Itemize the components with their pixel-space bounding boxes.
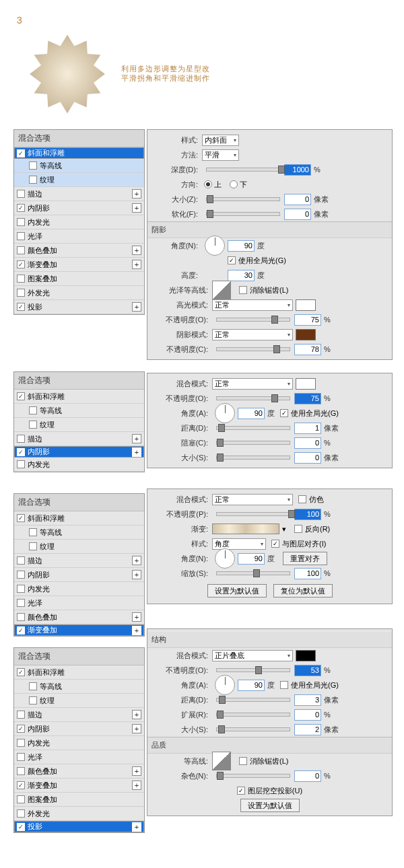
- style-checkbox[interactable]: [17, 753, 25, 761]
- global-checkbox[interactable]: [280, 681, 288, 689]
- opacity-input[interactable]: 100: [294, 509, 321, 520]
- soften-slider[interactable]: [206, 212, 280, 216]
- inner-color[interactable]: [296, 378, 316, 390]
- style-row[interactable]: 光泽: [14, 229, 144, 244]
- style-row[interactable]: 图案叠加: [14, 272, 144, 286]
- set-default-button[interactable]: 设置为默认值: [240, 799, 300, 812]
- style-checkbox[interactable]: [29, 682, 37, 690]
- noise-slider[interactable]: [216, 774, 290, 778]
- style-checkbox[interactable]: [17, 767, 25, 775]
- knockout-checkbox[interactable]: ✓: [237, 787, 245, 795]
- style-row[interactable]: 斜面和浮雕: [14, 511, 144, 526]
- reset-align-button[interactable]: 重置对齐: [283, 552, 327, 565]
- style-checkbox[interactable]: [17, 795, 25, 803]
- size-input[interactable]: 0: [284, 194, 311, 205]
- style-row[interactable]: 描边+: [14, 554, 144, 568]
- style-row[interactable]: 内阴影+: [14, 568, 144, 582]
- angle-input[interactable]: 90: [238, 680, 265, 691]
- style-row[interactable]: 外发光: [14, 807, 144, 821]
- global-checkbox[interactable]: ✓: [280, 409, 288, 417]
- style-checkbox[interactable]: [17, 809, 25, 818]
- dither-checkbox[interactable]: [298, 495, 306, 503]
- dir-up-radio[interactable]: [204, 180, 212, 188]
- style-checkbox[interactable]: [17, 204, 25, 212]
- style-checkbox[interactable]: [29, 421, 37, 429]
- dir-down-radio[interactable]: [230, 180, 238, 188]
- size-slider[interactable]: [216, 456, 290, 460]
- choke-slider[interactable]: [216, 441, 290, 445]
- depth-input[interactable]: 1000: [284, 164, 311, 176]
- style-row[interactable]: 纹理: [14, 694, 144, 708]
- style-checkbox[interactable]: [17, 275, 25, 283]
- style-row[interactable]: 描边+: [14, 187, 144, 201]
- size-slider[interactable]: [206, 197, 280, 201]
- style-row[interactable]: 等高线: [14, 159, 144, 173]
- style-checkbox[interactable]: [17, 711, 25, 719]
- opacity-slider[interactable]: [216, 396, 290, 400]
- style-row[interactable]: 等高线: [14, 526, 144, 540]
- add-icon[interactable]: +: [132, 203, 141, 213]
- style-checkbox[interactable]: [17, 448, 25, 456]
- style-row[interactable]: 投影+: [14, 300, 144, 314]
- distance-input[interactable]: 1: [294, 423, 321, 434]
- size-slider[interactable]: [216, 727, 290, 731]
- distance-slider[interactable]: [216, 426, 290, 430]
- style-checkbox[interactable]: [29, 528, 37, 536]
- style-checkbox[interactable]: [17, 260, 25, 268]
- style-checkbox[interactable]: [17, 190, 25, 198]
- style-checkbox[interactable]: [17, 232, 25, 240]
- gloss-contour[interactable]: [212, 281, 231, 299]
- global-light-checkbox[interactable]: ✓: [228, 256, 236, 264]
- blend-select[interactable]: 正常▾: [212, 378, 293, 390]
- blend-select[interactable]: 正片叠底▾: [212, 650, 293, 661]
- style-row[interactable]: 斜面和浮雕: [14, 147, 144, 159]
- style-row[interactable]: 内发光: [14, 582, 144, 596]
- scale-slider[interactable]: [216, 571, 290, 575]
- style-row[interactable]: 等高线: [14, 680, 144, 694]
- style-row[interactable]: 投影+: [14, 821, 144, 832]
- distance-slider[interactable]: [216, 698, 290, 702]
- choke-input[interactable]: 0: [294, 437, 321, 449]
- style-row[interactable]: 图案叠加: [14, 793, 144, 807]
- depth-slider[interactable]: [206, 168, 280, 172]
- style-checkbox[interactable]: [29, 176, 37, 184]
- style-row[interactable]: 描边+: [14, 708, 144, 722]
- soften-input[interactable]: 0: [284, 209, 311, 220]
- distance-input[interactable]: 3: [294, 694, 321, 706]
- style-row[interactable]: 斜面和浮雕: [14, 390, 144, 404]
- highlight-opacity-input[interactable]: 75: [294, 314, 321, 326]
- style-row[interactable]: 斜面和浮雕: [14, 665, 144, 680]
- add-icon[interactable]: +: [132, 781, 141, 790]
- align-checkbox[interactable]: ✓: [271, 540, 279, 548]
- angle-input[interactable]: 90: [228, 240, 255, 252]
- style-row[interactable]: 纹理: [14, 173, 144, 187]
- noise-input[interactable]: 0: [294, 770, 321, 782]
- style-checkbox[interactable]: [17, 556, 25, 565]
- altitude-input[interactable]: 30: [228, 270, 255, 281]
- angle-dial[interactable]: [215, 675, 235, 695]
- style-row[interactable]: 内发光: [14, 458, 144, 472]
- style-row[interactable]: 光泽: [14, 750, 144, 764]
- shadow-opacity-input[interactable]: 78: [294, 344, 321, 355]
- style-row[interactable]: 内阴影+: [14, 201, 144, 215]
- add-icon[interactable]: +: [132, 434, 141, 443]
- reset-default-button[interactable]: 复位为默认值: [273, 584, 333, 598]
- gradient-picker[interactable]: [212, 523, 279, 534]
- style-row[interactable]: 纹理: [14, 540, 144, 554]
- style-checkbox[interactable]: [17, 289, 25, 297]
- style-checkbox[interactable]: [17, 303, 25, 311]
- add-icon[interactable]: +: [132, 766, 141, 776]
- style-row[interactable]: 颜色叠加+: [14, 244, 144, 258]
- scale-input[interactable]: 100: [294, 568, 321, 579]
- style-checkbox[interactable]: [17, 626, 25, 635]
- set-default-button[interactable]: 设置为默认值: [207, 584, 267, 598]
- shadow-color[interactable]: [296, 329, 316, 340]
- style-row[interactable]: 内阴影+: [14, 722, 144, 736]
- style-checkbox[interactable]: [17, 392, 25, 400]
- opacity-input[interactable]: 53: [294, 665, 321, 676]
- add-icon[interactable]: +: [132, 570, 141, 579]
- highlight-mode-select[interactable]: 正常▾: [212, 299, 293, 311]
- style-checkbox[interactable]: [29, 696, 37, 704]
- opacity-slider[interactable]: [216, 668, 290, 672]
- shadow-opacity-slider[interactable]: [216, 347, 290, 351]
